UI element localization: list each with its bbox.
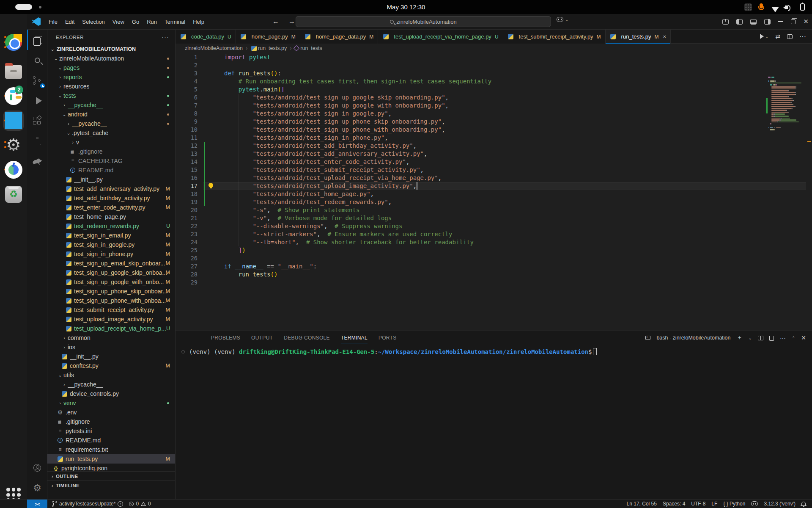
tree-file-run-tests-py[interactable]: run_tests.pyM: [47, 454, 175, 464]
menu-view[interactable]: View: [109, 17, 128, 27]
customize-layout-icon[interactable]: [722, 19, 729, 25]
restore-button[interactable]: [791, 19, 796, 24]
tree-file-conftest-py[interactable]: conftest.pyM: [47, 361, 175, 370]
split-terminal-icon[interactable]: [758, 336, 763, 340]
activity-item-explorer[interactable]: [27, 30, 47, 50]
editor-more-actions-icon[interactable]: ···: [799, 33, 806, 40]
tab-test-upload-receipt-via-home-page-py[interactable]: test_upload_receipt_via_home_page.pyU: [378, 30, 503, 44]
tree-file--init-py[interactable]: __init__.py: [47, 175, 175, 184]
minimap[interactable]: [768, 77, 806, 331]
kill-terminal-icon[interactable]: [769, 336, 774, 341]
dock-item-slack[interactable]: 2: [3, 86, 24, 106]
toggle-panel-icon[interactable]: [750, 19, 757, 25]
tree-file-pytests-ini[interactable]: ≡pytests.ini: [47, 426, 175, 436]
tree-folder--pycache-[interactable]: ›__pycache__: [47, 100, 175, 110]
terminal-title[interactable]: bash - zinreloMobileAutomation: [656, 335, 730, 341]
menu-help[interactable]: Help: [189, 17, 208, 27]
git-branch-item[interactable]: activityTestcasesUpdate* ↑: [49, 500, 126, 508]
tree-file-device-controls-py[interactable]: device_controls.py: [47, 389, 175, 398]
tree-file-test-home-page-py[interactable]: test_home_page.py: [47, 212, 175, 221]
nav-back-icon[interactable]: ←: [272, 18, 279, 25]
panel-tab-output[interactable]: OUTPUT: [251, 331, 273, 345]
publish-changes-icon[interactable]: ↑: [118, 501, 123, 507]
activity-item-accounts[interactable]: [27, 458, 47, 478]
lightbulb-icon[interactable]: [208, 183, 213, 188]
dock-item-chrome[interactable]: [3, 32, 24, 52]
activity-item-kangaroo-extension[interactable]: [27, 152, 47, 172]
panel-tab-ports[interactable]: PORTS: [379, 331, 397, 345]
status-python-interpreter[interactable]: 3.12.3 ('venv'): [761, 500, 798, 508]
close-panel-icon[interactable]: ✕: [801, 334, 806, 341]
status-language-mode[interactable]: { } Python: [720, 500, 748, 508]
panel-more-actions-icon[interactable]: ···: [780, 334, 786, 341]
menu-run[interactable]: Run: [143, 17, 161, 27]
tree-file-test-add-anniversary-activity-py[interactable]: test_add_anniversary_activity.pyM: [47, 184, 175, 193]
tree-folder-venv[interactable]: ›venv: [47, 398, 175, 408]
tree-file-readme-md[interactable]: iREADME.md: [47, 166, 175, 175]
tree-file-test-sign-up-google-with-onbo-[interactable]: test_sign_up_google_with_onbo...M: [47, 277, 175, 287]
tree-file--env[interactable]: ⚙.env: [47, 408, 175, 417]
tree-file--gitignore[interactable]: ◆.gitignore: [47, 147, 175, 156]
tree-folder--pytest-cache[interactable]: ⌄.pytest_cache: [47, 128, 175, 138]
tree-file-test-upload-image-activity-py[interactable]: test_upload_image_activity.pyM: [47, 315, 175, 324]
breadcrumb-item-1[interactable]: run_tests.py: [250, 45, 287, 52]
activity-item-search[interactable]: [27, 50, 47, 70]
command-center-search[interactable]: zinreloMobileAutomation: [296, 16, 551, 27]
workspace-section-header[interactable]: ⌄ ZINRELOMOBILEAUTOMATION: [47, 44, 175, 54]
tree-folder-utils[interactable]: ⌄utils: [47, 370, 175, 380]
menu-go[interactable]: Go: [128, 17, 143, 27]
tree-folder-zinrelomobileautomation[interactable]: ⌄zinreloMobileAutomation: [47, 54, 175, 63]
tree-file-readme-md[interactable]: iREADME.md: [47, 436, 175, 445]
dock-item-files[interactable]: [3, 61, 24, 81]
tree-file-test-sign-in-email-py[interactable]: test_sign_in_email.pyM: [47, 231, 175, 240]
code-editor[interactable]: 1234567891011121314151617181920212223242…: [176, 53, 812, 331]
activity-item-run-and-debug[interactable]: [27, 91, 47, 111]
dock-item-vscode[interactable]: [3, 110, 24, 131]
open-changes-icon[interactable]: ⇄: [775, 33, 780, 40]
toggle-secondary-sidebar-icon[interactable]: [764, 19, 771, 25]
tree-file-test-sign-up-phone-skip-onboar-[interactable]: test_sign_up_phone_skip_onboar...M: [47, 287, 175, 296]
status-indentation[interactable]: Spaces: 4: [660, 500, 688, 508]
tree-folder-pages[interactable]: ⌄pages: [47, 63, 175, 72]
tab-code-data-py[interactable]: code_data.pyU: [176, 30, 236, 44]
terminal-dropdown-icon[interactable]: ⌄: [748, 336, 752, 340]
tree-folder--pycache-[interactable]: ›__pycache__: [47, 119, 175, 128]
tree-folder--pycache-[interactable]: ›__pycache__: [47, 380, 175, 389]
tree-folder-v[interactable]: ›v: [47, 138, 175, 147]
system-tray[interactable]: [744, 0, 806, 14]
tree-folder-tests[interactable]: ⌄tests: [47, 91, 175, 100]
tree-file-test-sign-up-phone-with-onboa-[interactable]: test_sign_up_phone_with_onboa...M: [47, 296, 175, 305]
menu-edit[interactable]: Edit: [61, 17, 78, 27]
run-python-file-button[interactable]: ⌄: [760, 34, 768, 39]
tree-file-test-sign-in-google-py[interactable]: test_sign_in_google.pyM: [47, 240, 175, 249]
toggle-sidebar-icon[interactable]: [736, 19, 743, 25]
outline-section-header[interactable]: › OUTLINE: [47, 471, 175, 480]
tree-file-test-upload-receipt-via-home-p-[interactable]: test_upload_receipt_via_home_p...U: [47, 324, 175, 333]
tab-test-submit-receipt-activity-py[interactable]: test_submit_receipt_activity.pyM: [503, 30, 606, 44]
battery-icon[interactable]: [800, 3, 805, 11]
tree-file-test-enter-code-activity-py[interactable]: test_enter_code_activity.pyM: [47, 203, 175, 212]
breadcrumb[interactable]: zinreloMobileAutomation›run_tests.py›run…: [176, 44, 812, 53]
explorer-more-actions-icon[interactable]: ···: [162, 33, 169, 41]
tree-file-cachedir-tag[interactable]: ≡CACHEDIR.TAG: [47, 156, 175, 166]
microphone-icon[interactable]: [760, 3, 763, 8]
panel-tab-debug-console[interactable]: DEBUG CONSOLE: [284, 331, 330, 345]
tab-home-page-data-py[interactable]: home_page_data.pyM: [300, 30, 379, 44]
maximize-panel-icon[interactable]: ⌃: [792, 336, 795, 340]
editor-gutter[interactable]: 1234567891011121314151617181920212223242…: [176, 53, 203, 287]
menu-file[interactable]: File: [45, 17, 61, 27]
activity-item-extensions[interactable]: [27, 111, 47, 131]
copilot-status-item[interactable]: [748, 500, 761, 508]
status-cursor-position[interactable]: Ln 17, Col 55: [624, 500, 660, 508]
copilot-menu[interactable]: ⌄: [557, 17, 568, 22]
activity-item-testing[interactable]: [27, 131, 47, 152]
tree-file--gitignore[interactable]: ◆.gitignore: [47, 417, 175, 426]
tree-folder-common[interactable]: ›common: [47, 333, 175, 342]
status-encoding[interactable]: UTF-8: [688, 500, 708, 508]
terminal-command-decoration[interactable]: [181, 350, 185, 353]
nav-forward-icon[interactable]: →: [288, 18, 295, 25]
tree-file-test-sign-up-email-skip-onboar-[interactable]: test_sign_up_email_skip_onboar...M: [47, 259, 175, 268]
timeline-section-header[interactable]: › TIMELINE: [47, 480, 175, 490]
tree-file-test-sign-in-phone-py[interactable]: test_sign_in_phone.pyM: [47, 249, 175, 259]
status-eol[interactable]: LF: [708, 500, 720, 508]
